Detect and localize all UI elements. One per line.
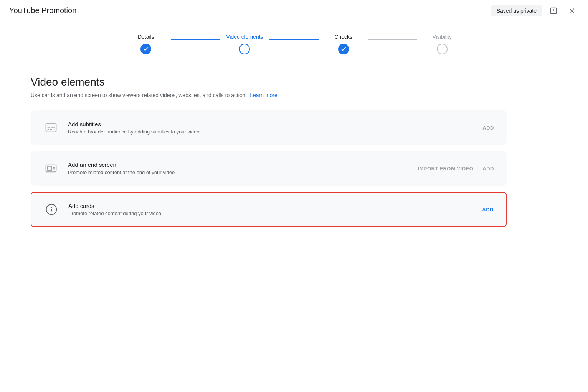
add-cards-card-actions: ADD [482,207,494,212]
connector-3 [368,39,418,40]
alert-button[interactable] [547,4,560,18]
connector-1 [171,39,220,40]
stepper: Details Video elements Checks [0,21,588,64]
subtitles-card-subtitle: Reach a broader audience by adding subti… [68,129,473,135]
close-icon [568,7,576,15]
step-video-elements[interactable]: Video elements [220,34,269,54]
learn-more-link[interactable]: Learn more [250,92,277,98]
step-visibility-label: Visibility [433,34,452,40]
end-screen-card: Add an end screen Promote related conten… [31,151,507,186]
add-end-screen-button[interactable]: ADD [482,166,494,171]
subtitles-icon [43,120,59,135]
header: YouTube Promotion Saved as private [0,0,588,21]
end-screen-card-actions: IMPORT FROM VIDEO ADD [418,166,494,171]
section-description-text: Use cards and an end screen to show view… [31,92,248,98]
subtitles-card-body: Add subtitles Reach a broader audience b… [68,121,473,135]
step-details-label: Details [138,34,154,40]
subtitles-card-title: Add subtitles [68,121,473,127]
add-cards-card-title: Add cards [68,203,473,209]
step-details-circle [140,44,151,54]
step-checks[interactable]: Checks [319,34,368,54]
section-description: Use cards and an end screen to show view… [31,92,507,98]
alert-icon [550,7,557,15]
close-button[interactable] [565,4,579,18]
step-visibility-circle [437,44,448,54]
checkmark-icon [143,46,149,52]
page-title: YouTube Promotion [9,6,76,15]
header-actions: Saved as private [491,4,579,18]
end-screen-card-body: Add an end screen Promote related conten… [68,161,408,175]
add-subtitles-button[interactable]: ADD [482,125,494,131]
end-screen-card-title: Add an end screen [68,161,408,168]
step-video-elements-circle [239,44,250,54]
step-details[interactable]: Details [121,34,171,54]
step-visibility[interactable]: Visibility [417,34,467,54]
import-from-video-button[interactable]: IMPORT FROM VIDEO [418,166,473,171]
end-screen-svg-icon [45,162,57,175]
add-cards-button[interactable]: ADD [482,207,494,212]
end-screen-icon [43,161,59,176]
step-checks-label: Checks [334,34,352,40]
main-content: Video elements Use cards and an end scre… [0,64,537,245]
cards-info-icon [44,202,59,217]
saved-as-private-button[interactable]: Saved as private [491,5,542,16]
section-title: Video elements [31,76,507,88]
subtitles-card: Add subtitles Reach a broader audience b… [31,110,507,145]
add-cards-card-subtitle: Promote related content during your vide… [68,211,473,216]
end-screen-card-subtitle: Promote related content at the end of yo… [68,170,408,175]
subtitles-svg-icon [45,122,57,134]
info-svg-icon [45,203,58,216]
connector-2 [269,39,319,40]
svg-rect-11 [48,166,52,171]
add-cards-card-body: Add cards Promote related content during… [68,203,473,216]
step-video-elements-label: Video elements [226,34,263,40]
checkmark-checks-icon [340,46,347,52]
step-checks-circle [338,44,349,54]
svg-rect-5 [46,124,56,132]
subtitles-card-actions: ADD [482,125,494,131]
add-cards-card: Add cards Promote related content during… [31,192,507,227]
stepper-track: Details Video elements Checks [121,34,467,54]
